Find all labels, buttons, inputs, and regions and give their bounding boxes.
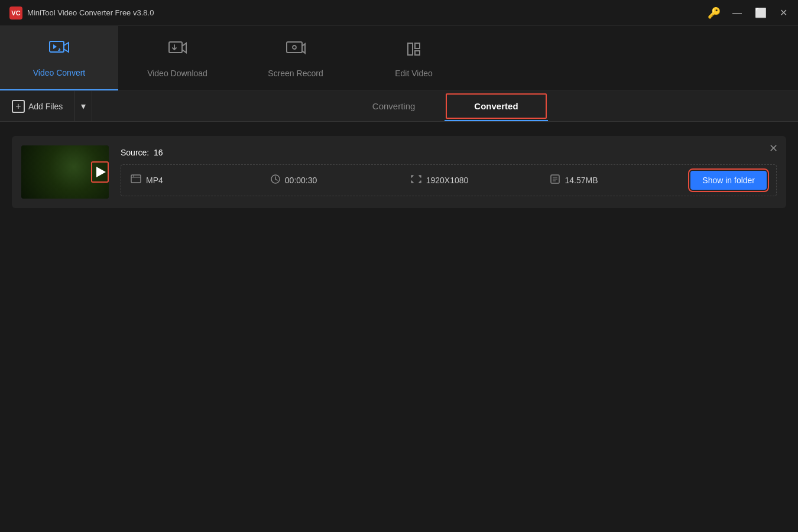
edit-video-icon [403, 38, 424, 63]
duration-value: 00:00:30 [285, 176, 317, 185]
filesize-icon [550, 174, 560, 186]
svg-rect-22 [131, 175, 141, 183]
key-icon[interactable]: 🔑 [708, 7, 721, 20]
source-label: Source: 16 [121, 148, 777, 157]
video-convert-icon [48, 38, 70, 62]
sub-bar: + Add Files ▾ Converting Converted [0, 91, 798, 122]
file-detail-row: MP4 00:00:30 [121, 164, 777, 196]
resolution-icon [411, 175, 421, 186]
duration-icon [271, 174, 280, 186]
converting-tab-label: Converting [372, 101, 416, 111]
video-download-icon [167, 38, 188, 63]
app-logo: VC [9, 7, 22, 20]
add-files-label: Add Files [28, 102, 63, 111]
minimize-button[interactable]: — [731, 7, 743, 19]
svg-point-3 [293, 46, 296, 49]
add-files-dropdown[interactable]: ▾ [75, 91, 92, 121]
source-text: Source: [121, 148, 149, 157]
converted-tab-wrapper: Converted [445, 91, 547, 121]
nav-bar: Video Convert Video Download Screen Reco… [0, 26, 798, 91]
source-value: 16 [154, 148, 163, 157]
add-files-button[interactable]: + Add Files [0, 91, 75, 121]
add-files-plus-icon: + [12, 100, 25, 113]
nav-tab-video-download-label: Video Download [147, 69, 207, 78]
converted-tab[interactable]: Converted [445, 91, 547, 121]
title-bar: VC MiniTool Video Converter Free v3.8.0 … [0, 0, 798, 26]
maximize-button[interactable]: ⬜ [754, 7, 768, 19]
converting-tab[interactable]: Converting [343, 91, 445, 121]
show-in-folder-button[interactable]: Show in folder [690, 171, 767, 190]
close-button[interactable]: ✕ [778, 7, 789, 19]
format-icon [131, 174, 141, 186]
duration-detail: 00:00:30 [271, 174, 411, 186]
svg-rect-2 [287, 42, 302, 53]
nav-tab-video-download[interactable]: Video Download [118, 26, 236, 90]
thumbnail-play-button[interactable] [91, 161, 109, 183]
screen-record-icon [285, 38, 306, 63]
dropdown-arrow-icon: ▾ [81, 100, 86, 112]
format-detail: MP4 [131, 174, 271, 186]
title-bar-left: VC MiniTool Video Converter Free v3.8.0 [9, 7, 154, 20]
nav-tab-video-convert[interactable]: Video Convert [0, 26, 118, 90]
file-thumbnail [21, 145, 109, 199]
svg-rect-1 [169, 42, 182, 53]
nav-tab-screen-record[interactable]: Screen Record [236, 26, 355, 90]
format-value: MP4 [146, 176, 163, 185]
file-card-close-button[interactable]: ✕ [769, 143, 778, 154]
filesize-value: 14.57MB [565, 176, 598, 185]
nav-tab-edit-video-label: Edit Video [395, 69, 433, 78]
title-bar-controls: 🔑 — ⬜ ✕ [708, 7, 789, 20]
main-content: ✕ [0, 122, 798, 532]
nav-tab-edit-video[interactable]: Edit Video [355, 26, 473, 90]
svg-line-27 [275, 179, 277, 180]
file-card: ✕ [12, 136, 786, 208]
sub-tabs: Converting Converted [92, 91, 798, 121]
play-triangle-icon [96, 167, 106, 177]
app-title: MiniTool Video Converter Free v3.8.0 [27, 8, 154, 17]
file-info: Source: 16 MP4 [109, 148, 777, 196]
nav-tab-screen-record-label: Screen Record [268, 69, 323, 78]
nav-tab-video-convert-label: Video Convert [33, 68, 85, 77]
resolution-detail: 1920X1080 [411, 175, 551, 186]
converted-tab-label: Converted [474, 101, 518, 111]
resolution-value: 1920X1080 [426, 176, 469, 185]
filesize-detail: 14.57MB [550, 174, 690, 186]
